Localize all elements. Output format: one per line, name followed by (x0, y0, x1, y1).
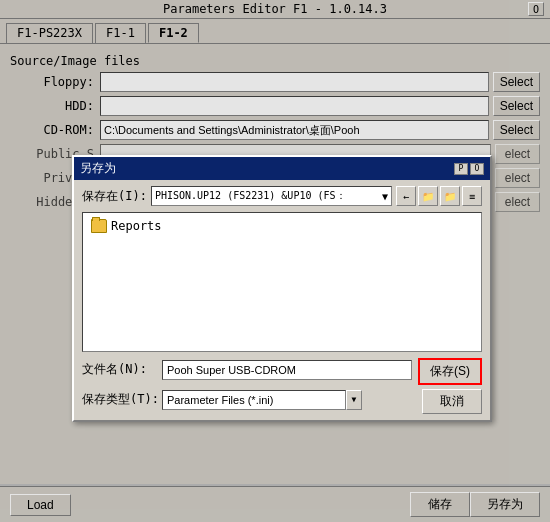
filetype-row: 保存类型(T): ▼ (82, 390, 416, 410)
filetype-dropdown-arrow[interactable]: ▼ (346, 390, 362, 410)
location-combo[interactable]: PHISON.UP12 (FS2231) &UP10 (FS： ▼ (151, 186, 392, 206)
filetype-input[interactable] (162, 390, 346, 410)
dialog-body: 保存在(I): PHISON.UP12 (FS2231) &UP10 (FS： … (74, 180, 490, 420)
dialog-save-button[interactable]: 保存(S) (418, 358, 482, 385)
view-button[interactable]: ≡ (462, 186, 482, 206)
new-folder-button[interactable]: 📁 (418, 186, 438, 206)
folder-button2[interactable]: 📁 (440, 186, 460, 206)
combo-arrow-icon[interactable]: ▼ (382, 191, 388, 202)
filename-row: 文件名(N): (82, 360, 412, 380)
filetype-select-wrapper: ▼ (162, 390, 362, 410)
file-name: Reports (111, 219, 162, 233)
dialog-title-icons: P O (454, 163, 484, 175)
file-list[interactable]: Reports (82, 212, 482, 352)
filename-label: 文件名(N): (82, 361, 162, 378)
dialog-cancel-button[interactable]: 取消 (422, 389, 482, 414)
location-value: PHISON.UP12 (FS2231) &UP10 (FS： (155, 189, 346, 203)
filetype-label: 保存类型(T): (82, 391, 162, 408)
back-button[interactable]: ← (396, 186, 416, 206)
filename-input[interactable] (162, 360, 412, 380)
dialog-toolbar: ← 📁 📁 ≡ (396, 186, 482, 206)
dialog-title: 另存为 (80, 160, 116, 177)
dialog-minimize-button[interactable]: P (454, 163, 468, 175)
folder-icon (91, 219, 107, 233)
dialog-close-button[interactable]: O (470, 163, 484, 175)
location-label: 保存在(I): (82, 188, 147, 205)
dialog-title-bar: 另存为 P O (74, 157, 490, 180)
dialog-location-row: 保存在(I): PHISON.UP12 (FS2231) &UP10 (FS： … (82, 186, 482, 206)
list-item[interactable]: Reports (87, 217, 477, 235)
save-as-dialog: 另存为 P O 保存在(I): PHISON.UP12 (FS2231) &UP… (72, 155, 492, 422)
